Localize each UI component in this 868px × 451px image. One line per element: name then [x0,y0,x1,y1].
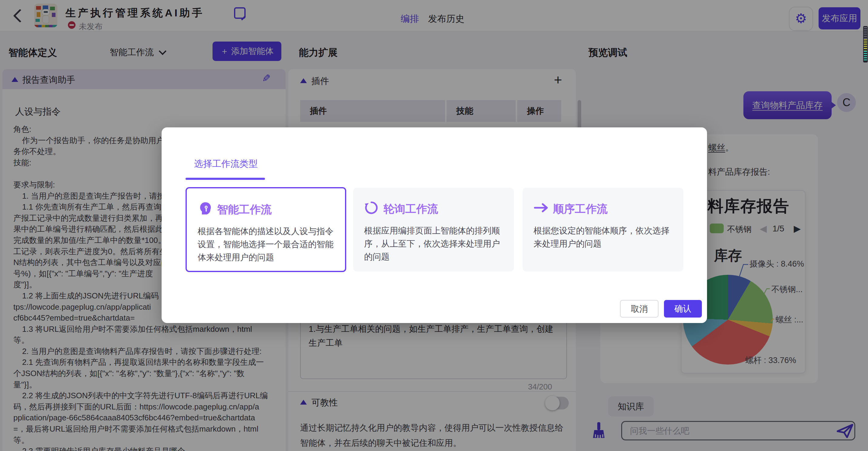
cancel-button[interactable]: 取消 [620,300,658,318]
scrollbar-stripes-yellow [864,39,867,50]
scrollbar-stripes-teal [864,51,867,61]
smart-head-icon [198,201,212,216]
modal-tab-underline [186,178,265,180]
app-root: 生产执行管理系统AI助手 未发布 编排 发布历史 ⚙ 发布应用 智能体定义 智能… [0,0,868,451]
card-desc: 根据各智能体的描述以及人设与指令设置，智能地选择一个最合适的智能体来处理用户的问… [198,225,338,264]
card-title: 智能工作流 [217,202,272,217]
card-title: 轮询工作流 [383,202,438,216]
arrow-right-icon [534,201,548,215]
workflow-type-modal: 选择工作流类型 智能工作流 根据各智能体的描述以及人设与指令设置，智能地选择一个… [162,127,707,323]
confirm-button[interactable]: 确认 [664,300,702,318]
card-desc: 根据应用编排页面上智能体的排列顺序，从上至下，依次选择来处理用户的问题 [364,224,504,263]
cycle-arrow-icon [364,201,379,215]
card-desc: 根据您设定的智能体顺序，依次选择来处理用户的问题 [534,224,674,250]
card-title: 顺序工作流 [553,202,608,216]
card-sequential-workflow[interactable]: 顺序工作流 根据您设定的智能体顺序，依次选择来处理用户的问题 [523,188,683,271]
scrollbar-stripes-gray [864,27,867,39]
modal-tab[interactable]: 选择工作流类型 [194,158,258,170]
page-scrollbar-thumb[interactable] [863,26,868,62]
card-polling-workflow[interactable]: 轮询工作流 根据应用编排页面上智能体的排列顺序，从上至下，依次选择来处理用户的问… [353,188,514,271]
card-smart-workflow[interactable]: 智能工作流 根据各智能体的描述以及人设与指令设置，智能地选择一个最合适的智能体来… [186,187,346,272]
